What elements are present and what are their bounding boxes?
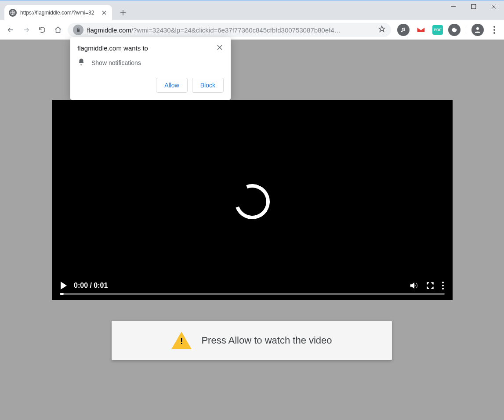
profile-avatar[interactable]: [471, 24, 484, 36]
new-tab-button[interactable]: [116, 6, 130, 19]
toolbar-separator: [466, 25, 466, 35]
volume-button[interactable]: [409, 281, 418, 290]
tab-strip: https://flagmiddle.com/?wmi=32: [0, 0, 504, 20]
loading-spinner-icon: [229, 178, 276, 225]
tab-title: https://flagmiddle.com/?wmi=32: [20, 10, 97, 16]
reload-button[interactable]: [36, 24, 48, 36]
svg-point-9: [476, 27, 479, 30]
video-menu-button[interactable]: [442, 282, 444, 290]
globe-icon: [9, 9, 17, 17]
address-bar[interactable]: flagmiddle.com/?wmi=32430&lp=24&clickid=…: [68, 23, 391, 37]
banner-text: Press Allow to watch the video: [201, 335, 332, 346]
window-controls: [443, 0, 504, 13]
video-time: 0:00 / 0:01: [74, 282, 108, 290]
tab-close-button[interactable]: [101, 9, 108, 16]
mail-extension-icon[interactable]: [415, 24, 427, 36]
lock-icon[interactable]: [73, 25, 83, 35]
video-progress-bar[interactable]: [60, 293, 445, 295]
swirl-extension-icon[interactable]: [448, 24, 460, 36]
warning-icon: !: [171, 332, 192, 349]
extension-icons: PDF: [397, 24, 500, 36]
video-controls: 0:00 / 0:01: [52, 276, 453, 300]
forward-button[interactable]: [20, 24, 33, 36]
browser-tab[interactable]: https://flagmiddle.com/?wmi=32: [4, 5, 112, 20]
svg-rect-1: [471, 4, 476, 9]
window-maximize-button[interactable]: [464, 0, 484, 13]
window-minimize-button[interactable]: [443, 0, 464, 13]
music-extension-icon[interactable]: [397, 24, 410, 36]
browser-menu-button[interactable]: [489, 26, 500, 34]
play-button[interactable]: [61, 282, 67, 290]
back-button[interactable]: [4, 24, 17, 36]
allow-prompt-banner: ! Press Allow to watch the video: [112, 321, 392, 360]
fullscreen-button[interactable]: [425, 281, 435, 290]
home-button[interactable]: [52, 24, 64, 36]
page-content: 0:00 / 0:01 ! Press Allow to watch the v…: [0, 40, 504, 420]
url-text: flagmiddle.com/?wmi=32430&lp=24&clickid=…: [87, 26, 374, 34]
video-player[interactable]: 0:00 / 0:01: [52, 100, 453, 300]
bookmark-star-icon[interactable]: [378, 25, 386, 35]
window-close-button[interactable]: [484, 0, 504, 13]
pdf-extension-icon[interactable]: PDF: [432, 25, 443, 35]
browser-chrome: https://flagmiddle.com/?wmi=32 fl: [0, 0, 504, 40]
address-toolbar: flagmiddle.com/?wmi=32430&lp=24&clickid=…: [0, 20, 504, 40]
